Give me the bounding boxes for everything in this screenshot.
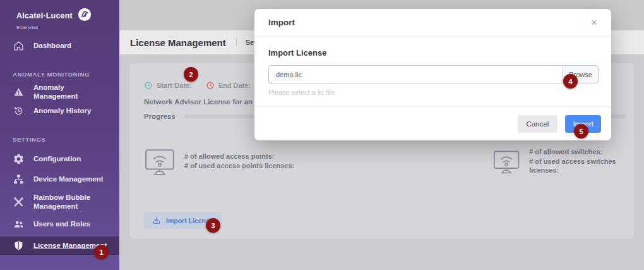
download-icon <box>152 216 161 225</box>
monitor-wifi-icon <box>492 147 520 176</box>
close-icon: × <box>591 17 597 28</box>
sidebar-item-label: Device Management <box>33 175 104 183</box>
sidebar-item-label: Rainbow Bubble Management <box>33 193 108 211</box>
switches-stat: # of allowed switches: # of used access … <box>492 147 634 176</box>
license-dates-row: Start Date: End Date: <box>144 81 251 90</box>
modal-title: Import <box>268 18 295 27</box>
users-icon <box>13 218 25 230</box>
brand-subtitle: Enterprise <box>16 25 92 30</box>
sidebar: Alcatel·Lucent Enterprise Dashboard ANOM… <box>0 0 119 270</box>
cancel-button[interactable]: Cancel <box>518 115 558 133</box>
history-icon <box>13 105 25 117</box>
step-badge-5: 5 <box>574 124 588 138</box>
import-modal-header: Import × <box>254 9 611 37</box>
file-picker-row: Browse <box>268 65 599 83</box>
sidebar-section-anomaly: ANOMALY MONITORING <box>13 71 90 78</box>
page-title: License Management <box>130 37 226 48</box>
modal-close-button[interactable]: × <box>586 14 602 30</box>
sidebar-item-configuration[interactable]: Configuration <box>0 150 119 168</box>
allowed-access-points-label: # of allowed access points: <box>184 152 294 161</box>
sidebar-item-label: Anomaly Management <box>33 83 108 101</box>
step-badge-1: 1 <box>94 245 109 259</box>
cancel-button-label: Cancel <box>527 120 549 128</box>
warning-icon <box>13 86 25 98</box>
end-clock-icon <box>206 81 215 90</box>
end-date: End Date: <box>206 81 251 90</box>
brand-logo: Alcatel·Lucent Enterprise <box>16 8 92 30</box>
sidebar-item-anomaly-history[interactable]: Anomaly History <box>0 102 119 120</box>
sidebar-item-dashboard[interactable]: Dashboard <box>0 37 119 54</box>
used-switches-label: # of used access switches licenses: <box>529 157 634 176</box>
shield-icon <box>13 240 25 252</box>
start-clock-icon <box>144 81 153 90</box>
devices-icon <box>13 173 25 185</box>
license-file-input[interactable] <box>268 65 563 83</box>
step-badge-3: 3 <box>206 218 220 233</box>
step-badge-2: 2 <box>184 67 198 82</box>
allowed-switches-label: # of allowed switches: <box>529 147 634 157</box>
app-window: Alcatel·Lucent Enterprise Dashboard ANOM… <box>0 0 644 270</box>
sidebar-item-anomaly-management[interactable]: Anomaly Management <box>0 83 119 101</box>
gear-icon <box>13 153 25 165</box>
end-date-label: End Date: <box>218 82 251 89</box>
access-points-stat: # of allowed access points: # of used ac… <box>144 147 294 176</box>
import-license-heading: Import License <box>268 48 326 58</box>
sidebar-item-rainbow-bubble-management[interactable]: Rainbow Bubble Management <box>0 188 119 216</box>
import-modal-footer: Cancel Import <box>254 106 611 140</box>
sidebar-item-label: Configuration <box>33 154 81 163</box>
monitor-wifi-icon <box>144 147 176 176</box>
sidebar-item-label: Users and Roles <box>33 219 90 228</box>
brand-name: Alcatel·Lucent <box>16 11 73 20</box>
step-badge-4: 4 <box>563 74 578 89</box>
start-date: Start Date: <box>144 81 192 90</box>
tools-icon <box>13 196 25 208</box>
sidebar-item-label: Anomaly History <box>33 106 91 115</box>
import-modal: Import × Import License Browse Please se… <box>254 9 611 140</box>
sidebar-item-users-and-roles[interactable]: Users and Roles <box>0 215 119 233</box>
progress-label: Progress <box>144 113 176 120</box>
file-helper-text: Please select a lic file <box>268 89 335 96</box>
sidebar-item-label: Dashboard <box>33 41 71 50</box>
start-date-label: Start Date: <box>157 82 192 89</box>
ale-logo-icon <box>78 8 92 24</box>
sidebar-item-device-management[interactable]: Device Management <box>0 170 119 188</box>
used-access-points-label: # of used access points licenses: <box>184 161 294 171</box>
home-icon <box>13 40 25 52</box>
sidebar-section-settings: SETTINGS <box>13 136 45 143</box>
